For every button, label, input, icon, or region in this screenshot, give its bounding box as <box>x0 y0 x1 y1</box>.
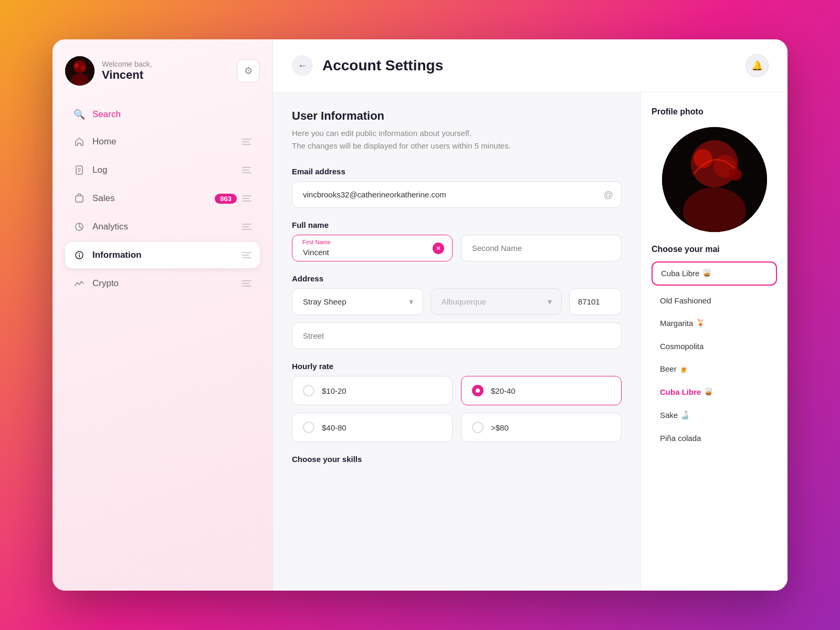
street-input[interactable] <box>292 322 622 349</box>
rate-option-20-40[interactable]: $20-40 <box>461 376 622 405</box>
drink-item-sake[interactable]: Sake 🍶 <box>652 404 777 426</box>
section-desc-line2: The changes will be displayed for other … <box>292 141 511 150</box>
drink-item-cuba-libre[interactable]: Cuba Libre 🥃 <box>652 381 777 403</box>
hourly-rate-row-2: $40-80 >$80 <box>292 413 622 442</box>
svg-point-3 <box>75 64 79 68</box>
drink-item-pina-colada[interactable]: Piña colada <box>652 427 777 449</box>
floating-label: First Name <box>302 239 331 245</box>
street-wrapper <box>292 322 622 349</box>
menu-lines-analytics <box>242 224 251 230</box>
radio-circle-10-20 <box>303 385 314 396</box>
welcome-label: Welcome back, <box>102 60 152 68</box>
email-input[interactable] <box>292 181 622 208</box>
sidebar-item-crypto[interactable]: Crypto <box>65 270 260 297</box>
sidebar-header: Welcome back, Vincent ⚙ <box>65 56 260 86</box>
fullname-group: Full name First Name ✕ <box>292 220 622 261</box>
drink-item-cosmopolita[interactable]: Cosmopolita <box>652 335 777 357</box>
gear-button[interactable]: ⚙ <box>237 59 260 82</box>
rate-option-40-80[interactable]: $40-80 <box>292 413 453 442</box>
svg-point-4 <box>80 65 86 70</box>
sidebar-item-log[interactable]: Log <box>65 157 260 183</box>
menu-lines-information <box>242 252 251 258</box>
clear-firstname-button[interactable]: ✕ <box>433 243 444 254</box>
choose-main-title: Choose your mai <box>652 245 777 254</box>
rate-label-40-80: $40-80 <box>322 423 346 432</box>
svg-rect-9 <box>76 196 83 202</box>
city-select[interactable]: Albuquerque <box>430 288 562 315</box>
sidebar-item-analytics[interactable]: Analytics <box>65 214 260 240</box>
notification-button[interactable]: 🔔 <box>746 54 769 77</box>
svg-point-2 <box>71 74 88 86</box>
home-icon <box>74 136 85 148</box>
hourly-rate-label: Hourly rate <box>292 362 622 371</box>
skills-group: Choose your skills <box>292 455 622 464</box>
welcome-text: Welcome back, Vincent <box>102 60 152 82</box>
second-name-input[interactable] <box>461 235 622 261</box>
rate-option-10-20[interactable]: $10-20 <box>292 376 453 405</box>
sidebar: Welcome back, Vincent ⚙ 🔍 Search Home <box>52 39 273 591</box>
drink-selected[interactable]: Cuba Libre 🥃 <box>652 261 777 286</box>
menu-lines-log <box>242 167 251 173</box>
information-icon <box>74 249 85 261</box>
fullname-label: Full name <box>292 220 622 229</box>
sales-icon <box>74 193 85 204</box>
section-desc: Here you can edit public information abo… <box>292 127 622 152</box>
firstname-wrapper: First Name ✕ <box>292 235 453 261</box>
rate-label-80plus: >$80 <box>491 423 509 432</box>
email-label: Email address <box>292 167 622 176</box>
name-row: First Name ✕ <box>292 235 622 261</box>
username-label: Vincent <box>102 68 152 82</box>
city-select-wrapper: Albuquerque ▼ <box>430 288 562 315</box>
secondname-wrapper <box>461 235 622 261</box>
right-panel: Profile photo Choose your mai Cuba Libre <box>640 92 788 591</box>
search-label: Search <box>92 109 121 120</box>
hourly-rate-row: $10-20 $20-40 <box>292 376 622 405</box>
user-info-block: Welcome back, Vincent <box>65 56 152 86</box>
address-group: Address Stray Sheep Other State ▼ Albuqu… <box>292 274 622 349</box>
radio-circle-20-40 <box>472 385 484 396</box>
drink-item-margarita[interactable]: Margarita 🍹 <box>652 312 777 334</box>
drink-selected-label: Cuba Libre 🥃 <box>661 269 712 278</box>
menu-lines-sales <box>242 195 251 202</box>
email-input-wrapper: @ <box>292 181 622 208</box>
radio-circle-40-80 <box>303 422 314 433</box>
profile-photo <box>662 127 767 232</box>
sidebar-item-label-home: Home <box>92 136 116 147</box>
rate-label-10-20: $10-20 <box>322 386 346 395</box>
email-icon: @ <box>604 189 613 200</box>
radio-circle-80plus <box>472 422 484 433</box>
svg-point-19 <box>729 168 742 181</box>
rate-label-20-40: $20-40 <box>491 386 516 395</box>
profile-photo-title: Profile photo <box>652 107 777 117</box>
search-icon: 🔍 <box>74 109 85 120</box>
drink-item-old-fashioned[interactable]: Old Fashioned <box>652 290 777 311</box>
sidebar-item-label-crypto: Crypto <box>92 278 119 289</box>
sidebar-item-home[interactable]: Home <box>65 129 260 155</box>
sales-badge: 863 <box>215 194 237 204</box>
form-section: User Information Here you can edit publi… <box>273 92 640 591</box>
state-select-wrapper: Stray Sheep Other State ▼ <box>292 288 423 315</box>
skills-label: Choose your skills <box>292 455 622 464</box>
search-item[interactable]: 🔍 Search <box>65 102 260 127</box>
back-button[interactable]: ← <box>292 55 313 76</box>
avatar <box>65 56 94 86</box>
sidebar-item-information[interactable]: Information <box>65 242 260 268</box>
zip-input[interactable] <box>569 288 622 315</box>
crypto-icon <box>74 278 85 289</box>
sidebar-item-sales[interactable]: Sales 863 <box>65 185 260 212</box>
drink-item-beer[interactable]: Beer 🍺 <box>652 358 777 380</box>
top-bar: ← Account Settings 🔔 <box>273 39 788 92</box>
main-content: ← Account Settings 🔔 User Information He… <box>273 39 788 591</box>
address-row: Stray Sheep Other State ▼ Albuquerque ▼ <box>292 288 622 315</box>
analytics-icon <box>74 221 85 233</box>
log-icon <box>74 164 85 176</box>
menu-lines-crypto <box>242 280 251 287</box>
drink-list: Old Fashioned Margarita 🍹 Cosmopolita Be… <box>652 290 777 449</box>
state-select[interactable]: Stray Sheep Other State <box>292 288 423 315</box>
sidebar-item-label-information: Information <box>92 250 142 260</box>
address-label: Address <box>292 274 622 283</box>
content-area: User Information Here you can edit publi… <box>273 92 788 591</box>
section-desc-line1: Here you can edit public information abo… <box>292 129 471 138</box>
hourly-rate-group: Hourly rate $10-20 $20-40 <box>292 362 622 442</box>
rate-option-80plus[interactable]: >$80 <box>461 413 622 442</box>
